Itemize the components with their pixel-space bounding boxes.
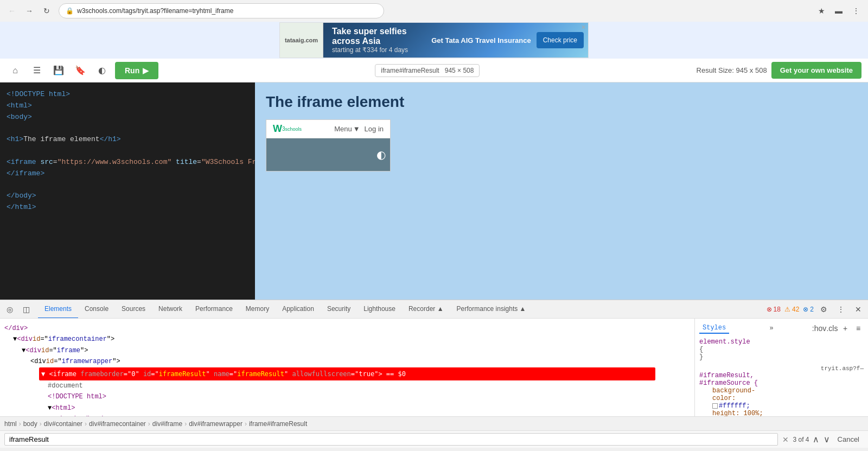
back-button[interactable]: ← [4,3,20,18]
home-button[interactable]: ⌂ [7,62,24,79]
selected-element: ▼ <iframe frameborder="0" id="iframeResu… [39,367,655,380]
settings-button[interactable]: ⚙ [816,302,831,317]
dom-line: <div id =" iframewrapper "> [4,356,690,367]
search-input[interactable] [4,433,778,446]
info-icon: ⊗ [803,306,808,313]
cls-button[interactable]: .cls [827,323,838,334]
preview-iframe-box: W 3 schools Menu ▼ Log in ◐ [266,119,391,171]
close-devtools-button[interactable]: ✕ [851,302,866,317]
tab-performance[interactable]: Performance [189,300,239,319]
styles-panel: Styles » :hov .cls + ≡ element.style { }… [694,319,868,416]
url-text: w3schools.com/tags/tryit.asp?filename=tr… [77,7,377,15]
dom-line: ▼ <div id =" iframe "> [4,345,690,356]
warning-icon: ⚠ [784,306,790,313]
info-count: 2 [810,306,814,313]
code-line: <html> [7,100,248,112]
styles-tab[interactable]: Styles [699,323,729,334]
preview-panel: The iframe element W 3 schools Menu ▼ Lo… [255,82,868,300]
breadcrumb-container[interactable]: div#container [44,420,82,428]
code-line: </body> [7,190,248,202]
forward-button[interactable]: → [22,3,37,18]
dom-line: #document [4,380,690,391]
search-bar: ✕ 3 of 4 ∧ ∨ Cancel [0,430,868,448]
breadcrumb-html[interactable]: html [4,420,17,428]
dom-panel[interactable]: </div> ▼ <div id =" iframecontainer "> ▼… [0,319,694,416]
editor-panel[interactable]: <!DOCTYPE html> <html> <body> <h1>The if… [0,82,255,300]
add-style-button[interactable]: + [840,323,851,334]
preview-title: The iframe element [266,93,404,111]
run-button[interactable]: Run ▶ [115,62,158,79]
breadcrumb-iframeresult[interactable]: iframe#iframeResult [249,420,307,428]
tab-sources[interactable]: Sources [115,300,152,319]
tab-recorder[interactable]: Recorder ▲ [402,300,450,319]
code-line [7,179,248,190]
tab-perf-insights[interactable]: Performance insights ▲ [450,300,533,319]
ad-close-icon[interactable]: ✕ [581,24,586,31]
breadcrumb-body[interactable]: body [23,420,37,428]
get-website-button[interactable]: Get your own website [771,62,861,79]
breadcrumb-iframe-div[interactable]: div#iframe [152,420,182,428]
code-line [7,145,248,157]
inspect-element-button[interactable]: ◎ [2,302,17,317]
ad-text: Take super selfies across Asia starting … [323,22,427,58]
result-size-label: Result Size: 945 x 508 [697,66,767,74]
tab-security[interactable]: Security [321,300,357,319]
menu-button[interactable]: ⋮ [848,3,864,18]
style-prop-bg: background- [699,387,864,395]
search-cancel-button[interactable]: Cancel [833,434,864,444]
theme-toggle-icon[interactable]: ◐ [376,148,386,161]
search-controls: ✕ 3 of 4 ∧ ∨ Cancel [782,433,864,446]
search-prev-button[interactable]: ∧ [812,433,820,446]
breadcrumb-bar: html › body › div#container › div#iframe… [0,416,868,430]
reload-button[interactable]: ↻ [39,3,54,18]
ad-content[interactable]: tataaig.com Take super selfies across As… [279,22,589,58]
error-count: 18 [774,306,781,313]
bookmark-toolbar-button[interactable]: 🔖 [72,62,89,79]
ad-headline: Take super selfies across Asia [332,27,418,46]
bookmark-button[interactable]: ★ [814,3,829,18]
menu-toolbar-button[interactable]: ☰ [28,62,46,79]
tab-console[interactable]: Console [78,300,115,319]
tab-network[interactable]: Network [152,300,189,319]
browser-toolbar: ← → ↻ 🔒 w3schools.com/tags/tryit.asp?fil… [0,0,868,22]
ad-cta-button[interactable]: Check price [537,32,584,48]
tab-lighthouse[interactable]: Lighthouse [357,300,402,319]
ad-logo: tataaig.com [280,23,323,58]
tab-memory[interactable]: Memory [239,300,276,319]
style-color-value: #ffffff; [699,402,864,410]
save-button[interactable]: 💾 [50,62,67,79]
toggle-button[interactable]: ◐ [93,62,111,79]
extensions-button[interactable]: ▬ [831,3,846,18]
color-swatch[interactable] [712,403,718,409]
code-line: <h1>The iframe element</h1> [7,134,248,145]
style-prop-color: color: [699,395,864,402]
tab-elements[interactable]: Elements [38,300,78,319]
dom-line: <!DOCTYPE html> [4,391,690,402]
code-line [7,123,248,134]
nav-buttons: ← → ↻ [4,3,54,18]
error-badge: ⊗ 18 ⚠ 42 ⊗ 2 [767,306,814,313]
device-toolbar-button[interactable]: ◫ [18,302,34,317]
preview-login[interactable]: Log in [365,125,384,133]
breadcrumb-iframewrapper[interactable]: div#iframewrapper [189,420,242,428]
search-clear-button[interactable]: ✕ [782,435,789,444]
search-next-button[interactable]: ∨ [822,433,831,446]
preview-iframe-header: W 3 schools Menu ▼ Log in [266,120,390,138]
devtools-right-icons: ⊗ 18 ⚠ 42 ⊗ 2 ⚙ ⋮ ✕ [767,302,866,317]
more-options-button[interactable]: ⋮ [833,302,848,317]
styles-rule-iframeresult: tryit.asp?f— #iframeResult, #iframeSourc… [699,365,864,416]
code-line: <iframe src="https://www.w3schools.com" … [7,157,248,168]
address-bar[interactable]: 🔒 w3schools.com/tags/tryit.asp?filename=… [59,3,384,18]
hov-button[interactable]: :hov [814,323,825,334]
breadcrumb-iframecontainer[interactable]: div#iframecontainer [89,420,146,428]
more-styles-button[interactable]: ≡ [853,323,864,334]
tab-application[interactable]: Application [276,300,321,319]
preview-menu[interactable]: Menu ▼ [334,125,360,133]
dom-selected-line[interactable]: ▼ <iframe frameborder="0" id="iframeResu… [4,367,690,380]
styles-actions: :hov .cls + ≡ [814,323,864,334]
dom-line: </div> [4,323,690,334]
computed-tab[interactable]: » [767,323,777,333]
ad-banner: tataaig.com Take super selfies across As… [0,22,868,59]
iframe-label: iframe#iframeResult 945 × 508 [375,64,480,77]
search-count: 3 of 4 [793,436,809,443]
